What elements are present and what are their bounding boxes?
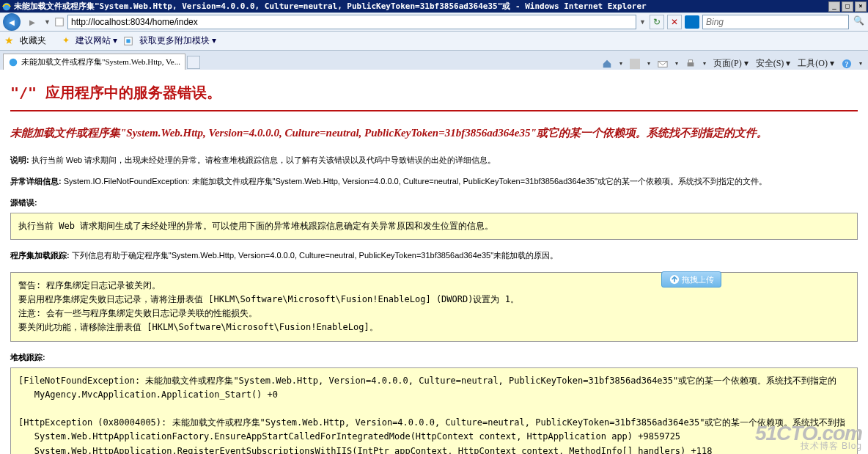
- print-icon[interactable]: [685, 59, 696, 69]
- addon-icon: [123, 36, 133, 46]
- exception-details-line: 异常详细信息: System.IO.FileNotFoundException:…: [10, 176, 858, 187]
- svg-rect-8: [688, 59, 692, 62]
- refresh-button[interactable]: ↻: [650, 15, 664, 29]
- address-bar: ◄ ► ▼ ▼ ↻ ✕ 🔍: [0, 12, 868, 32]
- svg-rect-3: [126, 39, 130, 43]
- svg-rect-7: [688, 62, 694, 66]
- favorites-star-icon[interactable]: ★: [4, 34, 14, 47]
- maximize-button[interactable]: □: [842, 1, 853, 12]
- suggested-star-icon: ✦: [62, 35, 70, 46]
- page-icon: [54, 17, 65, 27]
- bing-logo-icon: [685, 15, 699, 29]
- stack-trace-box: [FileNotFoundException: 未能加载文件或程序集"Syste…: [10, 367, 858, 454]
- suggested-sites-link[interactable]: 建议网站 ▾: [76, 34, 117, 47]
- forward-button[interactable]: ►: [23, 13, 41, 31]
- close-button[interactable]: ×: [855, 1, 867, 12]
- tab-title: 未能加载文件或程序集"System.Web.Http, Ve...: [21, 56, 180, 67]
- feeds-icon[interactable]: [630, 59, 640, 69]
- error-page: "/" 应用程序中的服务器错误。 未能加载文件或程序集"System.Web.H…: [0, 70, 868, 454]
- drag-upload-button[interactable]: 拖拽上传: [661, 271, 721, 288]
- home-icon[interactable]: [602, 59, 612, 69]
- source-error-label: 源错误:: [10, 197, 858, 208]
- minimize-button[interactable]: _: [828, 1, 840, 12]
- tools-menu[interactable]: 工具(O) ▾: [798, 57, 834, 70]
- error-subheading: 未能加载文件或程序集"System.Web.Http, Version=4.0.…: [10, 125, 858, 142]
- search-go-button[interactable]: 🔍: [852, 15, 865, 29]
- watermark: 51CTO.com 技术博客 Blog: [755, 425, 862, 450]
- back-button[interactable]: ◄: [3, 13, 21, 31]
- error-heading: "/" 应用程序中的服务器错误。: [10, 77, 858, 110]
- favorites-label[interactable]: 收藏夹: [20, 34, 46, 47]
- window-titlebar: 未能加载文件或程序集"System.Web.Http, Version=4.0.…: [0, 0, 868, 12]
- svg-text:?: ?: [845, 59, 849, 67]
- url-dropdown[interactable]: ▼: [639, 18, 647, 26]
- source-error-box: 执行当前 Web 请求期间生成了未经处理的异常。可以使用下面的异常堆栈跟踪信息确…: [10, 213, 858, 240]
- window-title: 未能加载文件或程序集"System.Web.Http, Version=4.0.…: [14, 1, 647, 12]
- search-input[interactable]: [702, 15, 849, 29]
- ie-page-icon: [8, 57, 18, 67]
- ie-logo-icon: [1, 1, 12, 12]
- svg-rect-1: [56, 18, 64, 26]
- nav-history-dropdown[interactable]: ▼: [44, 18, 51, 26]
- page-menu[interactable]: 页面(P) ▾: [713, 57, 749, 70]
- new-tab-button[interactable]: [187, 56, 200, 69]
- help-icon[interactable]: ?: [842, 59, 852, 69]
- description-line: 说明: 执行当前 Web 请求期间，出现未经处理的异常。请检查堆栈跟踪信息，以了…: [10, 155, 858, 166]
- get-addons-link[interactable]: 获取更多附加模块 ▾: [139, 34, 216, 47]
- mail-icon[interactable]: [658, 59, 668, 69]
- assembly-load-trace-line: 程序集加载跟踪: 下列信息有助于确定程序集"System.Web.Http, V…: [10, 250, 858, 261]
- upload-icon: [669, 274, 680, 285]
- active-tab[interactable]: 未能加载文件或程序集"System.Web.Http, Ve...: [3, 54, 185, 70]
- favorites-bar: ★ 收藏夹 ✦ 建议网站 ▾ 获取更多附加模块 ▾: [0, 32, 868, 51]
- command-bar: ▾ ▾ ▾ ▾ 页面(P) ▾ 安全(S) ▾ 工具(O) ▾ ?▾: [596, 57, 868, 70]
- tab-strip: 未能加载文件或程序集"System.Web.Http, Ve... ▾ ▾ ▾ …: [0, 51, 868, 70]
- stack-trace-label: 堆栈跟踪:: [10, 352, 858, 363]
- safety-menu[interactable]: 安全(S) ▾: [756, 57, 791, 70]
- svg-rect-5: [630, 59, 640, 69]
- assembly-load-box: 警告: 程序集绑定日志记录被关闭。 要启用程序集绑定失败日志记录，请将注册表值 …: [10, 272, 858, 342]
- stop-button[interactable]: ✕: [667, 15, 682, 29]
- heading-divider: [10, 110, 858, 111]
- svg-point-4: [10, 58, 18, 66]
- url-input[interactable]: [67, 15, 636, 29]
